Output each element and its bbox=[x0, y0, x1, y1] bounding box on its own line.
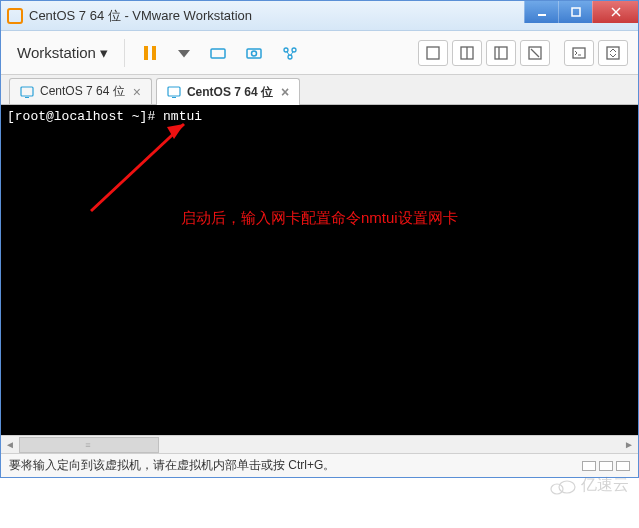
shell-prompt: [root@localhost ~]# bbox=[7, 109, 163, 124]
watermark-text: 亿速云 bbox=[581, 475, 629, 496]
unity-button[interactable] bbox=[520, 40, 550, 66]
svg-rect-25 bbox=[573, 48, 585, 58]
indicator-icon bbox=[599, 461, 613, 471]
minimize-button[interactable] bbox=[524, 1, 558, 23]
vm-tab-icon bbox=[167, 85, 181, 99]
window-controls bbox=[524, 1, 638, 23]
indicator-icon bbox=[582, 461, 596, 471]
svg-rect-5 bbox=[144, 46, 148, 60]
svg-line-32 bbox=[91, 124, 184, 211]
scroll-thumb[interactable]: ≡ bbox=[19, 437, 159, 453]
svg-point-35 bbox=[559, 481, 575, 493]
view-split-button[interactable] bbox=[452, 40, 482, 66]
close-button[interactable] bbox=[592, 1, 638, 23]
workstation-menu[interactable]: Workstation ▾ bbox=[11, 40, 114, 66]
vm-tab-icon bbox=[20, 85, 34, 99]
scroll-track[interactable]: ≡ bbox=[19, 437, 620, 453]
window-title: CentOS 7 64 位 - VMware Workstation bbox=[29, 7, 524, 25]
scroll-right-button[interactable]: ► bbox=[620, 437, 638, 453]
vmware-window: CentOS 7 64 位 - VMware Workstation Works… bbox=[0, 0, 639, 478]
svg-point-15 bbox=[288, 55, 292, 59]
vm-tabs: CentOS 7 64 位 × CentOS 7 64 位 × bbox=[1, 75, 638, 105]
console-button[interactable] bbox=[564, 40, 594, 66]
divider bbox=[124, 39, 125, 67]
tab-close-icon[interactable]: × bbox=[281, 85, 289, 99]
tab-centos-1[interactable]: CentOS 7 64 位 × bbox=[9, 78, 152, 104]
indicator-icon bbox=[616, 461, 630, 471]
statusbar: 要将输入定向到该虚拟机，请在虚拟机内部单击或按 Ctrl+G。 bbox=[1, 453, 638, 477]
scroll-left-button[interactable]: ◄ bbox=[1, 437, 19, 453]
send-keys-button[interactable] bbox=[203, 38, 233, 68]
toolbar: Workstation ▾ bbox=[1, 31, 638, 75]
svg-rect-0 bbox=[8, 9, 22, 23]
snapshot-button[interactable] bbox=[239, 38, 269, 68]
vmware-app-icon bbox=[7, 8, 23, 24]
cloud-icon bbox=[547, 477, 577, 495]
tab-label: CentOS 7 64 位 bbox=[187, 84, 273, 101]
vm-terminal[interactable]: [root@localhost ~]# nmtui 启动后，输入网卡配置命令nm… bbox=[1, 105, 638, 435]
svg-rect-30 bbox=[168, 87, 180, 96]
annotation-text: 启动后，输入网卡配置命令nmtui设置网卡 bbox=[181, 209, 458, 228]
svg-rect-21 bbox=[495, 47, 507, 59]
status-message: 要将输入定向到该虚拟机，请在虚拟机内部单击或按 Ctrl+G。 bbox=[9, 457, 335, 474]
svg-marker-7 bbox=[178, 50, 190, 58]
svg-point-34 bbox=[551, 484, 563, 494]
svg-marker-33 bbox=[167, 124, 184, 139]
shell-command: nmtui bbox=[163, 109, 202, 124]
maximize-button[interactable] bbox=[558, 1, 592, 23]
workstation-label: Workstation bbox=[17, 44, 96, 61]
titlebar: CentOS 7 64 位 - VMware Workstation bbox=[1, 1, 638, 31]
svg-rect-29 bbox=[25, 97, 29, 98]
fullscreen-button[interactable] bbox=[598, 40, 628, 66]
status-indicators bbox=[582, 461, 630, 471]
svg-rect-18 bbox=[427, 47, 439, 59]
power-dropdown[interactable] bbox=[171, 38, 197, 68]
svg-line-17 bbox=[291, 51, 293, 55]
svg-point-12 bbox=[251, 51, 256, 56]
watermark: 亿速云 bbox=[547, 475, 629, 496]
svg-rect-8 bbox=[211, 49, 225, 58]
tab-close-icon[interactable]: × bbox=[133, 85, 141, 99]
snapshot-manager-button[interactable] bbox=[275, 38, 305, 68]
annotation-arrow-icon bbox=[79, 119, 189, 219]
tab-label: CentOS 7 64 位 bbox=[40, 83, 125, 100]
view-sidebar-button[interactable] bbox=[486, 40, 516, 66]
horizontal-scrollbar[interactable]: ◄ ≡ ► bbox=[1, 435, 638, 453]
svg-rect-6 bbox=[152, 46, 156, 60]
view-controls bbox=[418, 40, 628, 66]
svg-line-24 bbox=[531, 49, 539, 57]
svg-rect-31 bbox=[172, 97, 176, 98]
svg-line-16 bbox=[287, 51, 289, 55]
view-single-button[interactable] bbox=[418, 40, 448, 66]
svg-rect-2 bbox=[572, 8, 580, 16]
svg-rect-28 bbox=[21, 87, 33, 96]
chevron-down-icon: ▾ bbox=[100, 44, 108, 62]
tab-centos-2[interactable]: CentOS 7 64 位 × bbox=[156, 78, 300, 105]
pause-button[interactable] bbox=[135, 38, 165, 68]
